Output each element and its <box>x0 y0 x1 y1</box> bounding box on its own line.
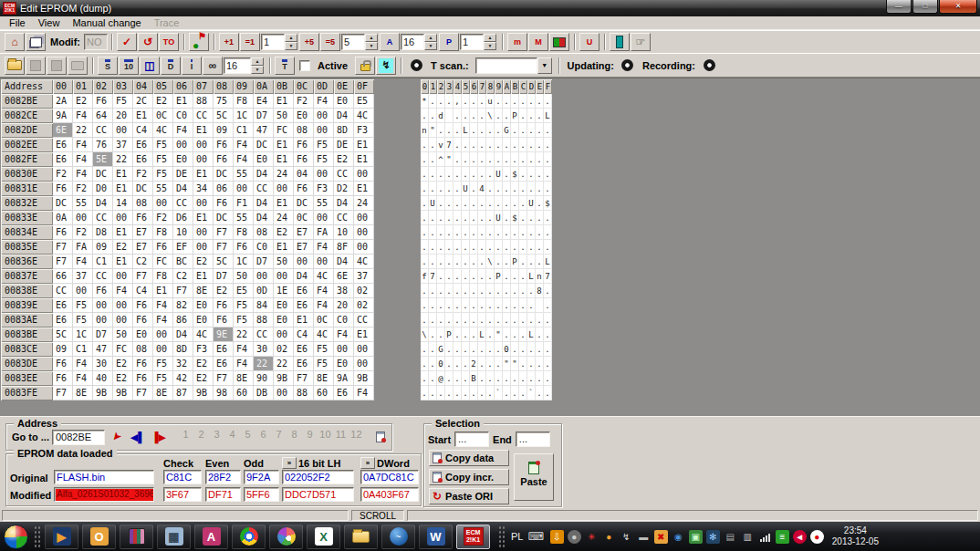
hex-byte-cell[interactable]: D7 <box>214 269 234 284</box>
hex-byte-cell[interactable]: F6 <box>93 284 113 298</box>
page-button-12[interactable]: 12 <box>349 429 364 445</box>
hex-byte-cell[interactable]: 88 <box>193 94 214 109</box>
hex-byte-cell[interactable]: F4 <box>314 94 334 109</box>
taskbar-winrar-icon[interactable] <box>120 525 153 549</box>
hex-byte-cell[interactable]: 00 <box>354 167 374 182</box>
hex-byte-cell[interactable]: E7 <box>294 225 314 240</box>
hex-byte-cell[interactable]: 4C <box>314 269 334 284</box>
signed-view-button[interactable]: S <box>98 57 118 75</box>
hex-byte-cell[interactable]: F4 <box>234 152 254 167</box>
tray-green-app-icon[interactable]: ▣ <box>689 530 703 544</box>
hex-byte-cell[interactable]: D7 <box>254 255 274 269</box>
hex-byte-cell[interactable]: FC <box>153 255 173 269</box>
hex-byte-cell[interactable]: F4 <box>73 167 93 182</box>
hex-byte-cell[interactable]: CC <box>334 167 354 182</box>
hex-byte-cell[interactable]: E7 <box>133 240 153 255</box>
hex-byte-cell[interactable]: F6 <box>133 313 153 327</box>
hex-byte-cell[interactable]: 00 <box>93 313 113 327</box>
hex-byte-cell[interactable]: 55 <box>234 167 254 182</box>
hex-byte-cell[interactable]: DC <box>93 167 113 182</box>
hex-byte-cell[interactable]: 14 <box>113 196 133 211</box>
hex-byte-cell[interactable]: E6 <box>294 357 314 371</box>
home-button[interactable]: ⌂ <box>5 33 25 51</box>
hex-byte-cell[interactable]: E1 <box>274 138 294 152</box>
hex-byte-cell[interactable]: 55 <box>73 196 93 211</box>
hex-byte-cell[interactable]: CC <box>93 269 113 284</box>
taskbar-excel-icon[interactable]: X <box>307 525 340 549</box>
tray-volume-gray-icon[interactable]: ● <box>568 530 581 544</box>
page-button-10[interactable]: 10 <box>318 429 333 445</box>
hex-byte-cell[interactable]: 0A <box>53 211 73 225</box>
hex-byte-cell[interactable]: 22 <box>113 152 133 167</box>
hex-byte-cell[interactable]: 47 <box>93 342 113 357</box>
hex-byte-cell[interactable]: E2 <box>113 240 133 255</box>
hex-byte-cell[interactable]: F3 <box>354 123 374 138</box>
hex-byte-cell[interactable]: D4 <box>294 269 314 284</box>
hex-byte-cell[interactable]: 8E <box>73 386 93 400</box>
hex-byte-cell[interactable]: F6 <box>214 152 234 167</box>
hex-byte-cell[interactable]: F4 <box>314 298 334 313</box>
hex-byte-cell[interactable]: E1 <box>113 255 133 269</box>
hex-byte-cell[interactable]: D7 <box>254 109 274 123</box>
hex-byte-cell[interactable]: D4 <box>254 167 274 182</box>
hex-byte-cell[interactable]: E5 <box>354 94 374 109</box>
hex-byte-cell[interactable]: F4 <box>113 284 133 298</box>
hex-byte-cell[interactable]: E1 <box>294 313 314 327</box>
hex-byte-cell[interactable]: FA <box>73 240 93 255</box>
hex-byte-cell[interactable]: E1 <box>354 327 374 342</box>
hex-byte-cell[interactable]: F8 <box>153 225 173 240</box>
hex-byte-cell[interactable]: C0 <box>334 313 354 327</box>
hex-byte-cell[interactable]: FC <box>113 342 133 357</box>
hex-byte-cell[interactable]: 9E <box>214 327 234 342</box>
hex-byte-cell[interactable]: 9A <box>53 109 73 123</box>
hex-byte-cell[interactable]: E7 <box>133 225 153 240</box>
hex-byte-cell[interactable]: 24 <box>274 211 294 225</box>
page-button[interactable]: P <box>439 33 459 51</box>
hex-byte-cell[interactable]: 20 <box>334 298 354 313</box>
hex-byte-cell[interactable]: F4 <box>234 342 254 357</box>
prev-address-button[interactable]: ◀▌ <box>129 429 147 445</box>
map-large-button[interactable]: M <box>528 33 548 51</box>
hex-byte-cell[interactable]: F6 <box>294 152 314 167</box>
run-button[interactable]: ↯ <box>376 57 396 75</box>
hex-byte-cell[interactable]: 20 <box>113 109 133 123</box>
hex-byte-cell[interactable]: 00 <box>193 196 214 211</box>
spin-arrows[interactable]: ▲▼ <box>484 34 496 50</box>
hex-byte-cell[interactable]: 10 <box>173 225 193 240</box>
hex-byte-cell[interactable]: 00 <box>73 211 93 225</box>
hex-byte-cell[interactable]: FC <box>274 123 294 138</box>
hex-byte-cell[interactable]: F5 <box>314 357 334 371</box>
expand-16bit-button[interactable]: » <box>282 457 297 469</box>
hex-byte-cell[interactable]: D6 <box>173 211 193 225</box>
pointer-button[interactable]: ☞ <box>631 33 651 51</box>
hex-byte-cell[interactable]: E6 <box>53 152 73 167</box>
hex-byte-cell[interactable]: CC <box>334 211 354 225</box>
hex-byte-cell[interactable]: F6 <box>53 357 73 371</box>
hex-byte-cell[interactable]: F6 <box>133 211 153 225</box>
hex-byte-cell[interactable]: E2 <box>193 371 214 386</box>
trace-view-button[interactable]: T <box>275 57 295 75</box>
minimize-button[interactable]: — <box>886 0 912 14</box>
hex-byte-cell[interactable]: DC <box>254 138 274 152</box>
hex-byte-cell[interactable]: F6 <box>153 240 173 255</box>
hex-byte-cell[interactable]: F2 <box>153 211 173 225</box>
spin-value[interactable]: 1 <box>460 34 484 50</box>
hex-byte-cell[interactable]: E6 <box>334 386 354 400</box>
hex-byte-cell[interactable]: DE <box>334 138 354 152</box>
language-indicator[interactable]: PL <box>511 531 523 542</box>
hex-byte-cell[interactable]: D4 <box>93 196 113 211</box>
original-file-field[interactable]: FLASH.bin <box>54 470 154 484</box>
hex-byte-cell[interactable]: 22 <box>274 357 294 371</box>
hex-byte-cell[interactable]: E1 <box>354 182 374 196</box>
hex-byte-cell[interactable]: 8E <box>193 284 214 298</box>
hex-byte-cell[interactable]: 00 <box>314 167 334 182</box>
hex-byte-cell[interactable]: DB <box>254 386 274 400</box>
print-button[interactable] <box>68 57 88 75</box>
hex-byte-cell[interactable]: 10 <box>334 225 354 240</box>
hex-byte-cell[interactable]: F6 <box>214 138 234 152</box>
hex-byte-cell[interactable]: 50 <box>274 109 294 123</box>
hex-byte-cell[interactable]: F4 <box>234 138 254 152</box>
minus-1-button[interactable]: =1 <box>240 33 260 51</box>
hex-byte-cell[interactable]: C4 <box>133 123 153 138</box>
hex-byte-cell[interactable]: F8 <box>234 94 254 109</box>
